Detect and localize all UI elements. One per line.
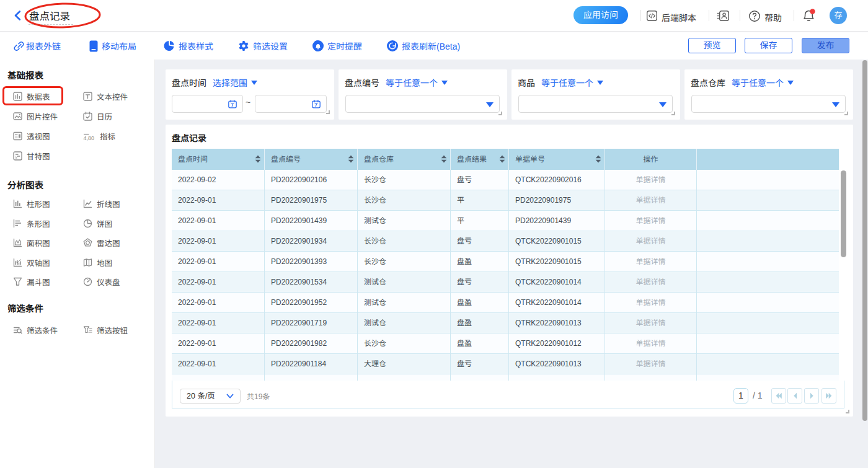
svg-text:4,80: 4,80 — [84, 135, 95, 141]
